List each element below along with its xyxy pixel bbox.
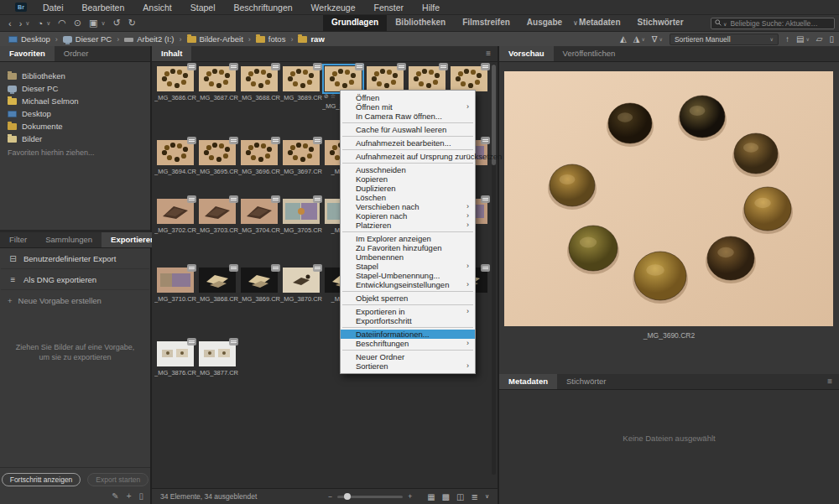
breadcrumb-item-arbeit2-i[interactable]: Arbeit2 (I:) bbox=[122, 34, 175, 44]
menu-hilfe[interactable]: Hilfe bbox=[413, 3, 449, 13]
context-item-in-camera-raw-öffnen[interactable]: In Camera Raw öffnen... bbox=[341, 112, 475, 121]
context-item-löschen[interactable]: Löschen bbox=[341, 193, 475, 202]
tab-grundlagen[interactable]: Grundlagen bbox=[323, 15, 387, 31]
thumbnail-mg-3703-cr2[interactable]: _MG_3703.CR2 bbox=[196, 199, 238, 234]
context-item-im-explorer-anzeigen[interactable]: Im Explorer anzeigen bbox=[341, 234, 475, 243]
sort-dropdown[interactable]: Sortieren Manuell∨ bbox=[670, 34, 779, 45]
thumbnail-mg-3710-cr2[interactable]: _MG_3710.CR2 bbox=[154, 268, 196, 303]
thumbnail-image[interactable] bbox=[157, 199, 194, 224]
camera-raw-settings-badge[interactable] bbox=[229, 264, 238, 272]
context-item-öffnen-mit[interactable]: Öffnen mit› bbox=[341, 102, 475, 112]
thumbnail-image[interactable] bbox=[283, 268, 320, 293]
thumbnail-mg-3868-cr2[interactable]: _MG_3868.CR2 bbox=[196, 268, 238, 303]
context-item-sortieren[interactable]: Sortieren› bbox=[341, 361, 475, 371]
list-view-icon[interactable]: ≣ bbox=[471, 492, 477, 501]
context-item-beschriftungen[interactable]: Beschriftungen› bbox=[341, 339, 475, 348]
context-item-neuer-ordner[interactable]: Neuer Ordner bbox=[341, 352, 475, 361]
rotate-cw-icon[interactable]: ↻ bbox=[128, 18, 136, 29]
thumbnail-view-icon[interactable]: ▩ bbox=[442, 492, 450, 501]
sort-ascending-icon[interactable]: ↑ bbox=[785, 34, 789, 44]
thumbnail-image[interactable] bbox=[157, 140, 194, 165]
camera-raw-settings-badge[interactable] bbox=[481, 264, 490, 272]
menu-beschriftungen[interactable]: Beschriftungen bbox=[225, 3, 302, 13]
camera-raw-settings-badge[interactable] bbox=[271, 63, 280, 70]
camera-raw-settings-badge[interactable] bbox=[229, 63, 238, 70]
thumbnail-image[interactable] bbox=[451, 66, 487, 91]
tab-filter[interactable]: Filter bbox=[0, 232, 36, 247]
thumbnail-mg-3689-cr2[interactable]: _MG_3689.CR2 bbox=[280, 66, 322, 101]
thumbnail-image[interactable] bbox=[283, 66, 320, 91]
context-item-kopieren[interactable]: Kopieren bbox=[341, 174, 475, 184]
zoom-in-icon[interactable]: + bbox=[408, 492, 412, 501]
thumbnail-image[interactable] bbox=[325, 66, 362, 91]
camera-import-icon[interactable]: ▤ bbox=[796, 34, 804, 44]
tab-inhalt[interactable]: Inhalt bbox=[152, 46, 191, 61]
tab-filmstreifen[interactable]: Filmstreifen bbox=[454, 15, 519, 31]
import-dropdown-icon[interactable]: ∨ bbox=[805, 36, 809, 42]
breadcrumb-item-fotos[interactable]: fotos bbox=[254, 34, 288, 44]
quality-dropdown-icon[interactable]: ∨ bbox=[641, 36, 644, 42]
camera-raw-settings-badge[interactable] bbox=[313, 264, 322, 272]
context-item-entwicklungseinstellungen[interactable]: Entwicklungseinstellungen› bbox=[341, 280, 475, 289]
camera-raw-settings-badge[interactable] bbox=[313, 137, 322, 144]
tab-veröffentlichen[interactable]: Veröffentlichen bbox=[554, 46, 625, 61]
camera-raw-settings-badge[interactable] bbox=[229, 195, 238, 203]
search-input[interactable]: ∨ Beliebige Suche: Aktuelle… bbox=[711, 18, 835, 29]
breadcrumb-item-bilder-arbeit[interactable]: Bilder-Arbeit bbox=[185, 34, 245, 44]
thumbnail-image[interactable] bbox=[199, 199, 236, 224]
thumbnail-mg-3695-cr2[interactable]: _MG_3695.CR2 bbox=[196, 140, 238, 175]
context-item-stapel[interactable]: Stapel› bbox=[341, 262, 475, 271]
thumbnail-mg-3702-cr2[interactable]: _MG_3702.CR2 bbox=[154, 199, 196, 234]
sidebar-item-bilder[interactable]: Bilder bbox=[0, 132, 150, 145]
thumbnail-dropdown-icon[interactable]: ∨ bbox=[101, 20, 105, 27]
tab-favoriten[interactable]: Favoriten bbox=[0, 46, 55, 61]
camera-raw-settings-badge[interactable] bbox=[481, 63, 490, 70]
bridge-app-icon[interactable]: Br bbox=[15, 3, 27, 12]
context-item-öffnen[interactable]: Öffnen bbox=[341, 93, 475, 102]
nav-dropdown-icon[interactable]: ∨ bbox=[25, 20, 29, 27]
tab-ausgabe[interactable]: Ausgabe bbox=[519, 15, 571, 31]
context-item-objekt-sperren[interactable]: Objekt sperren bbox=[341, 294, 475, 303]
thumbnail-image[interactable] bbox=[283, 199, 320, 224]
preview-image[interactable] bbox=[504, 71, 833, 326]
breadcrumb-item-dieser-pc[interactable]: Dieser PC bbox=[61, 34, 113, 44]
thumbnail-image[interactable] bbox=[199, 66, 236, 91]
tab-metadaten[interactable]: Metadaten bbox=[499, 374, 557, 389]
context-item-kopieren-nach[interactable]: Kopieren nach› bbox=[341, 211, 475, 221]
thumbnail-image[interactable] bbox=[157, 268, 194, 293]
context-item-duplizieren[interactable]: Duplizieren bbox=[341, 184, 475, 193]
thumbnail-image[interactable] bbox=[199, 268, 236, 293]
recent-dropdown-icon[interactable]: ∨ bbox=[46, 20, 50, 27]
menu-ansicht[interactable]: Ansicht bbox=[133, 3, 180, 13]
breadcrumb-item-raw[interactable]: raw bbox=[296, 34, 326, 44]
sidebar-item-desktop[interactable]: Desktop bbox=[0, 107, 150, 120]
sidebar-item-dieser-pc[interactable]: Dieser PC bbox=[0, 82, 150, 95]
context-item-zu-favoriten-hinzufügen[interactable]: Zu Favoriten hinzufügen bbox=[341, 243, 475, 252]
tab-stichwörter[interactable]: Stichwörter bbox=[629, 15, 692, 31]
menu-werkzeuge[interactable]: Werkzeuge bbox=[302, 3, 365, 13]
thumbnail-options-icon[interactable]: ▣ bbox=[89, 18, 97, 29]
context-item-exportieren-in[interactable]: Exportieren in› bbox=[341, 307, 475, 316]
thumbnail-mg-3705-cr2[interactable]: _MG_3705.CR2 bbox=[280, 199, 322, 234]
thumbnail-mg-3870-cr2[interactable]: _MG_3870.CR2 bbox=[280, 268, 322, 303]
camera-raw-settings-badge[interactable] bbox=[187, 63, 196, 70]
new-folder-icon[interactable]: ▱ bbox=[816, 34, 823, 44]
thumbnail-mg-3869-cr2[interactable]: _MG_3869.CR2 bbox=[238, 268, 280, 303]
trash-icon[interactable]: ▯ bbox=[138, 491, 143, 501]
camera-raw-settings-badge[interactable] bbox=[187, 137, 196, 144]
preview-quality-icon[interactable]: ◮ bbox=[633, 34, 640, 44]
context-item-verschieben-nach[interactable]: Verschieben nach› bbox=[341, 202, 475, 211]
context-item-platzieren[interactable]: Platzieren› bbox=[341, 221, 475, 230]
breadcrumb-item-desktop[interactable]: Desktop bbox=[7, 34, 52, 44]
export-preset-benutzerdefinierter-export[interactable]: ⊟Benutzerdefinierter Export bbox=[1, 248, 149, 269]
add-icon[interactable]: + bbox=[127, 491, 132, 501]
thumbnail-mg-3686-cr2[interactable]: _MG_3686.CR2 bbox=[154, 66, 196, 101]
thumbnail-image[interactable] bbox=[283, 140, 320, 165]
back-icon[interactable]: ‹ bbox=[8, 18, 12, 29]
thumbnail-mg-3696-cr2[interactable]: _MG_3696.CR2 bbox=[238, 140, 280, 175]
thumbnail-image[interactable] bbox=[241, 66, 278, 91]
thumbnail-image[interactable] bbox=[157, 66, 194, 91]
thumbnail-image[interactable] bbox=[241, 199, 278, 224]
workspace-overflow-icon[interactable]: ∨ bbox=[573, 19, 578, 27]
menu-fenster[interactable]: Fenster bbox=[365, 3, 414, 13]
